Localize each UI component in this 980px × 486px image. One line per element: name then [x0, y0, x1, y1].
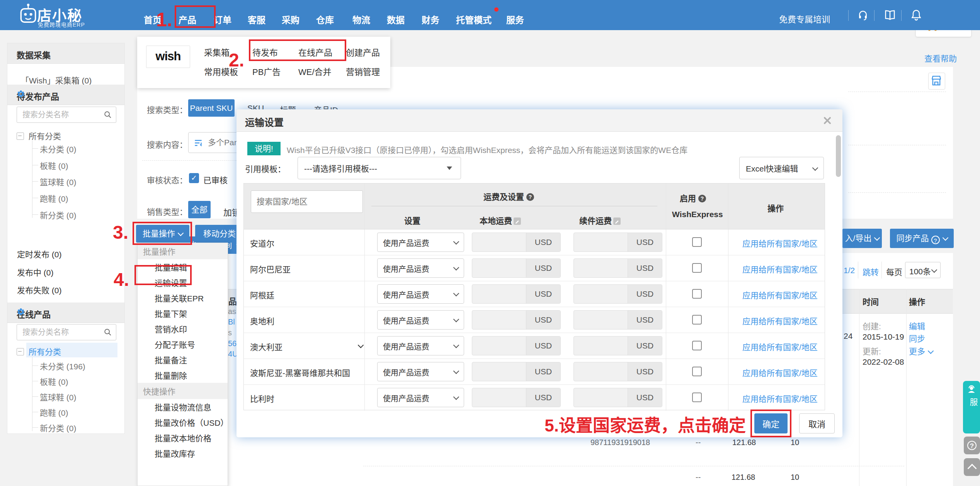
menu-item-change-stock[interactable]: 批量改库存 — [138, 445, 228, 461]
menu-item-pb-ads[interactable]: PB广告 — [252, 65, 281, 77]
category-search-input[interactable] — [22, 109, 100, 121]
help-circle-icon[interactable]: ? — [698, 195, 706, 202]
template-select[interactable]: ---请选择引用模板--- — [298, 157, 461, 179]
sidebar-item-publishing[interactable]: 发布中 (0) — [17, 266, 54, 278]
apply-all-link[interactable]: 应用给所有国家/地区 — [742, 237, 818, 249]
jump-link[interactable]: 跳转 — [863, 266, 879, 277]
excel-quick-edit-button[interactable]: Excel快速编辑 — [739, 157, 824, 179]
tree1-child[interactable]: 篮球鞋 (0) — [40, 176, 77, 187]
tree1-child[interactable]: 板鞋 (0) — [40, 160, 68, 171]
menu-item-batch-note[interactable]: 批量备注 — [138, 352, 228, 367]
sidebar-item-scheduled[interactable]: 定时发布 (0) — [17, 248, 62, 260]
wishexpress-checkbox[interactable] — [692, 315, 702, 325]
fee-mode-select[interactable]: 使用产品运费 — [377, 388, 464, 407]
customer-service-tab[interactable]: 咨询客服 — [963, 381, 980, 433]
next-fee-input[interactable]: USD — [573, 388, 662, 407]
nav-data[interactable]: 数据 — [387, 13, 405, 26]
menu-item-marketing[interactable]: 营销管理 — [346, 65, 380, 77]
help-link[interactable]: 查看帮助 — [924, 52, 957, 64]
menu-item-batch-delete[interactable]: 批量删除 — [138, 367, 228, 383]
wishexpress-checkbox[interactable] — [692, 289, 702, 299]
fee-mode-select[interactable]: 使用产品运费 — [377, 233, 464, 252]
sync-link[interactable]: 同步 — [909, 332, 925, 344]
cancel-button[interactable]: 取消 — [799, 413, 835, 433]
apply-all-link[interactable]: 应用给所有国家/地区 — [742, 263, 818, 275]
next-fee-input[interactable]: USD — [573, 362, 662, 381]
fee-mode-select[interactable]: 使用产品运费 — [377, 310, 464, 330]
back-to-top-button[interactable] — [964, 458, 980, 476]
next-fee-input[interactable]: USD — [573, 258, 662, 278]
next-fee-input[interactable]: USD — [573, 310, 662, 330]
wishexpress-checkbox[interactable] — [692, 393, 702, 402]
wishexpress-checkbox[interactable] — [692, 367, 702, 376]
nav-purchase[interactable]: 采购 — [282, 13, 299, 26]
apply-all-link[interactable]: 应用给所有国家/地区 — [742, 289, 818, 301]
next-fee-input[interactable]: USD — [573, 284, 662, 304]
audited-checkbox[interactable] — [189, 173, 199, 183]
search-icon[interactable] — [104, 110, 112, 119]
local-fee-input[interactable]: USD — [472, 284, 561, 304]
tree2-child[interactable]: 篮球鞋 (0) — [40, 391, 77, 403]
tree2-child[interactable]: 未分类 (196) — [40, 360, 85, 372]
collapse-icon[interactable] — [17, 348, 24, 355]
local-fee-input[interactable]: USD — [472, 310, 561, 330]
store-icon-button[interactable] — [928, 73, 945, 90]
nav-service[interactable]: 客服 — [248, 13, 265, 26]
free-training-link[interactable]: 免费专属培训 — [779, 12, 830, 25]
local-fee-input[interactable]: USD — [472, 336, 561, 355]
tree2-child[interactable]: 新分类 (0) — [40, 422, 77, 433]
gear-icon[interactable] — [17, 90, 25, 98]
per-page-select[interactable]: 100条 — [905, 262, 941, 278]
sale-type-all-chip[interactable]: 全部 — [188, 201, 211, 218]
menu-item-logistics-info[interactable]: 批量设物流信息 — [138, 399, 228, 415]
wishexpress-checkbox[interactable] — [692, 263, 702, 273]
next-fee-input[interactable]: USD — [573, 336, 662, 355]
apply-all-link[interactable]: 应用给所有国家/地区 — [742, 393, 818, 404]
menu-item-batch-delist[interactable]: 批量下架 — [138, 306, 228, 321]
tree1-child[interactable]: 新分类 (0) — [40, 209, 77, 221]
bell-icon[interactable] — [910, 9, 922, 21]
book-icon[interactable] — [884, 10, 896, 20]
edit-icon[interactable] — [613, 218, 621, 227]
local-fee-input[interactable]: USD — [472, 233, 561, 252]
search-icon[interactable] — [104, 328, 112, 336]
nav-warehouse[interactable]: 仓库 — [316, 13, 334, 26]
help-button[interactable]: ? — [964, 437, 980, 454]
menu-item-assign-account[interactable]: 分配子账号 — [138, 336, 228, 352]
audited-label[interactable]: 已审核 — [203, 174, 228, 185]
nav-finance[interactable]: 财务 — [422, 13, 439, 26]
sidebar-item-failed[interactable]: 发布失败 (0) — [17, 284, 62, 296]
menu-item-link-epr[interactable]: 批量关联EPR — [138, 290, 228, 306]
collapse-icon[interactable] — [17, 133, 24, 140]
next-fee-input[interactable]: USD — [573, 233, 662, 252]
import-export-button[interactable]: 入/导出 — [842, 229, 882, 248]
nav-logistics[interactable]: 物流 — [352, 13, 370, 26]
fee-mode-select[interactable]: 使用产品运费 — [377, 362, 464, 381]
category-search-input[interactable] — [22, 326, 100, 338]
edit-link[interactable]: 编辑 — [909, 320, 925, 331]
tree1-child[interactable]: 未分类 (0) — [40, 143, 77, 155]
fee-mode-select[interactable]: 使用产品运费 — [377, 336, 464, 355]
wishexpress-checkbox[interactable] — [692, 237, 702, 247]
help-circle-icon[interactable]: ? — [526, 193, 534, 201]
gear-icon[interactable] — [17, 308, 25, 316]
fee-mode-select[interactable]: 使用产品运费 — [377, 258, 464, 278]
tree1-root[interactable]: 所有分类 — [17, 130, 61, 141]
fee-mode-select[interactable]: 使用产品运费 — [377, 284, 464, 304]
apply-all-link[interactable]: 应用给所有国家/地区 — [742, 341, 818, 352]
sync-product-button[interactable]: 同步产品? — [890, 229, 954, 248]
nav-order[interactable]: 订单 — [214, 13, 231, 26]
menu-item-collect-box[interactable]: 采集箱 — [204, 46, 230, 58]
country-search-input[interactable] — [256, 195, 358, 208]
menu-item-create-product[interactable]: 创建产品 — [346, 46, 380, 58]
nav-services[interactable]: 服务 — [506, 13, 524, 26]
apply-all-link[interactable]: 应用给所有国家/地区 — [742, 367, 818, 378]
tree2-child[interactable]: 跑鞋 (0) — [40, 406, 68, 418]
search-type-parent-sku-chip[interactable]: Parent SKU — [188, 99, 235, 117]
more-link[interactable]: 更多 — [909, 345, 933, 357]
modal-scrollbar[interactable] — [836, 135, 841, 177]
sidebar-item-wish-box[interactable]: 「Wish」采集箱 (0) — [21, 74, 92, 86]
local-fee-input[interactable]: USD — [472, 388, 561, 407]
wishexpress-checkbox[interactable] — [692, 341, 702, 350]
apply-all-link[interactable]: 应用给所有国家/地区 — [742, 315, 818, 326]
